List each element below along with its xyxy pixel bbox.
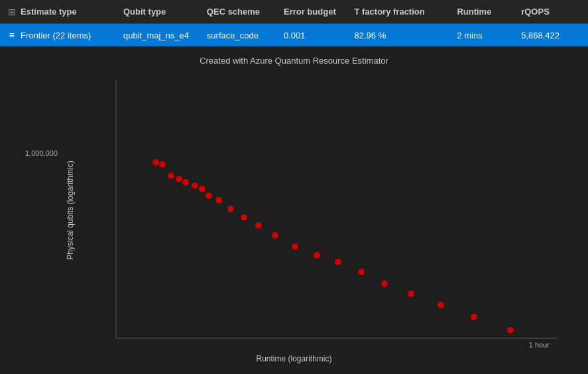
svg-point-19	[381, 280, 388, 287]
col-header-rqops: rQOPS	[521, 7, 585, 17]
svg-point-11	[227, 206, 234, 212]
cell-estimate-type: Frontier (22 items)	[21, 31, 123, 40]
svg-point-14	[272, 232, 278, 239]
svg-point-17	[335, 259, 341, 265]
cell-rqops: 5,868,422	[521, 31, 585, 40]
row-icon: ≡	[3, 30, 21, 40]
cell-t-factory-fraction: 82.96 %	[355, 31, 457, 40]
cell-error-budget: 0.001	[284, 31, 354, 40]
svg-point-15	[292, 243, 298, 250]
chart-svg	[0, 46, 588, 374]
chart-area: Created with Azure Quantum Resource Esti…	[0, 46, 588, 374]
svg-point-20	[408, 290, 414, 297]
table-header: ⊞ Estimate type Qubit type QEC scheme Er…	[0, 0, 588, 24]
svg-point-9	[206, 192, 212, 199]
svg-point-10	[215, 197, 222, 204]
svg-point-13	[255, 222, 262, 229]
col-header-qubit-type: Qubit type	[123, 7, 207, 17]
table-row[interactable]: ≡ Frontier (22 items) qubit_maj_ns_e4 su…	[0, 24, 588, 46]
col-header-error-budget: Error budget	[284, 7, 354, 17]
svg-point-8	[199, 186, 206, 192]
svg-point-6	[182, 179, 189, 186]
col-header-estimate-type: Estimate type	[21, 7, 123, 17]
col-header-t-factory: T factory fraction	[355, 7, 457, 17]
svg-point-7	[192, 182, 198, 189]
svg-point-12	[241, 214, 247, 221]
table-icon: ⊞	[3, 7, 21, 17]
col-header-qec-scheme: QEC scheme	[207, 7, 284, 17]
svg-point-21	[438, 302, 444, 308]
col-header-runtime: Runtime	[457, 7, 521, 17]
svg-point-5	[176, 176, 182, 182]
svg-point-3	[159, 161, 166, 168]
svg-point-2	[152, 159, 159, 166]
svg-point-23	[507, 327, 514, 334]
svg-point-16	[314, 252, 320, 259]
svg-point-22	[471, 314, 477, 320]
svg-point-18	[358, 269, 365, 275]
cell-qec-scheme: surface_code	[207, 31, 284, 40]
cell-qubit-type: qubit_maj_ns_e4	[123, 31, 207, 40]
svg-point-4	[168, 172, 174, 179]
cell-runtime: 2 mins	[457, 31, 521, 40]
